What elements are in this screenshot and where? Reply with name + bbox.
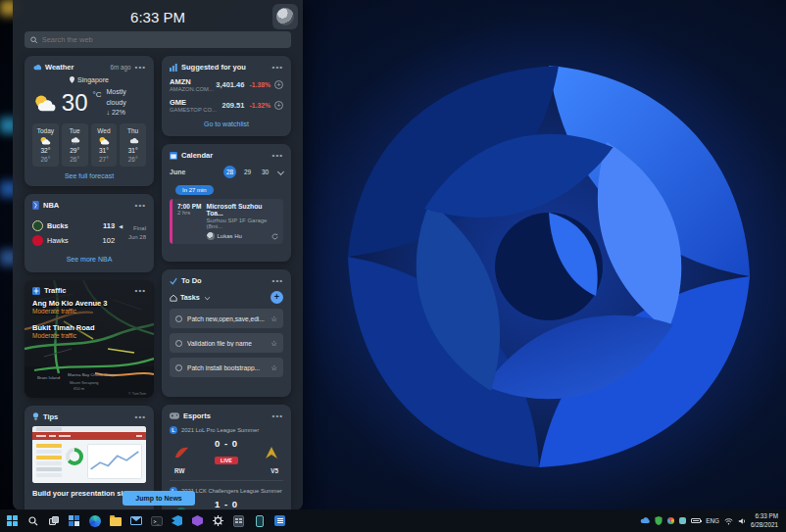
stock-change: -1.38% [249,81,270,88]
team-score: 113 [103,221,115,230]
add-task-button[interactable]: + [270,291,283,304]
onedrive-icon[interactable] [640,517,650,524]
weather-location: Singapore [77,76,109,83]
task-checkbox[interactable] [175,315,182,322]
current-temperature: 30 [62,89,88,117]
task-row[interactable]: Validation file by name ☆ [170,333,283,353]
add-to-watchlist-button[interactable]: + [274,80,283,89]
stocks-widget[interactable]: Suggested for you ••• AMZN AMAZON.COM...… [162,56,291,136]
calculator-icon[interactable] [230,512,247,529]
task-row[interactable]: Patch install bootstrapp... ☆ [170,358,283,377]
terminal-icon[interactable]: >_ [148,512,165,529]
location-pin-icon [70,76,74,83]
clock-time: 6:33 PM [751,512,778,521]
calendar-event[interactable]: 7:00 PM 2 hrs Microsoft Suzhou Toa... Su… [170,199,283,244]
task-row[interactable]: Patch new,open,save,edi... ☆ [170,309,283,328]
tray-app-icon[interactable] [679,517,686,524]
battery-icon[interactable] [691,518,701,523]
traffic-overlay: Traffic ••• Ang Mo Kio Avenue 3 Moderate… [25,280,154,398]
stock-row[interactable]: GME GAMESTOP CO... 209.51 -1.32% + [170,98,283,113]
task-view-button[interactable] [45,512,62,529]
league-name: 2021 LoL Pro League Summer [181,427,259,433]
weather-menu-button[interactable]: ••• [135,66,146,70]
calendar-widget[interactable]: Calendar ••• June 28 29 30 In 27 min 7:0… [162,144,291,262]
date-chip-selected[interactable]: 28 [223,166,236,178]
panel-clock: 6:33 PM [13,0,303,27]
start-button[interactable] [4,512,21,529]
stock-row[interactable]: AMZN AMAZON.COM... 3,401.46 -1.38% + [170,77,283,92]
see-full-forecast-link[interactable]: See full forecast [32,172,146,179]
road-status: Moderate traffic [32,308,146,314]
weather-widget-icon [32,64,41,71]
defender-icon[interactable] [655,516,663,525]
chevron-down-icon[interactable] [205,295,211,301]
rw-team-logo [173,446,189,459]
forecast-day[interactable]: Thu 31° 26° [120,123,146,167]
forecast-day[interactable]: Today 32° 26° [32,123,59,167]
forecast-day-label: Today [37,127,54,134]
match-score: 1 - 0 [215,499,238,509]
weather-widget[interactable]: Weather 6m ago ••• Singapore [25,56,154,186]
vscode-icon[interactable] [169,512,185,529]
tips-menu-button[interactable]: ••• [135,415,146,419]
file-explorer-icon[interactable] [107,512,123,529]
go-to-watchlist-link[interactable]: Go to watchlist [170,121,283,127]
visual-studio-icon[interactable] [189,512,206,529]
nba-menu-button[interactable]: ••• [135,204,146,208]
tray-app-icon[interactable] [667,517,674,524]
todo-title: To Do [181,276,202,285]
live-badge: LIVE [215,457,238,464]
nba-widget[interactable]: NBA ••• Bucks 113 ◀ Hawks [25,194,154,272]
search-input[interactable] [42,35,285,44]
forecast-high: 31° [99,147,109,154]
todo-list-label[interactable]: Tasks [180,293,200,302]
calendar-menu-button[interactable]: ••• [272,154,283,158]
team-name: Hawks [47,236,69,245]
task-checkbox[interactable] [175,364,182,371]
taskbar-search-button[interactable] [25,512,41,529]
star-icon[interactable]: ☆ [270,363,277,372]
nba-team-row: Bucks 113 ◀ [32,220,123,231]
esports-match[interactable]: L 2021 LoL Pro League Summer 0 - 0 LIVE [170,426,283,474]
task-label: Validation file by name [187,340,252,347]
taskbar-clock[interactable]: 6:33 PM 6/28/2021 [751,512,778,530]
see-more-nba-link[interactable]: See more NBA [32,256,146,263]
task-checkbox[interactable] [175,340,182,347]
widgets-button[interactable] [66,512,82,529]
store-icon[interactable] [271,512,288,529]
star-icon[interactable]: ☆ [270,314,277,323]
chevron-down-icon[interactable] [277,169,284,175]
network-icon[interactable] [724,517,733,525]
star-icon[interactable]: ☆ [270,339,277,348]
todo-widget[interactable]: To Do ••• Tasks + Patch new,open,save,ed… [162,269,291,397]
esports-menu-button[interactable]: ••• [272,414,283,418]
date-chip[interactable]: 29 [241,166,254,178]
stock-price: 3,401.46 [216,80,244,89]
web-search-bar[interactable] [25,31,291,48]
taskbar: >_ ENG 6:33 PM 6/28/2021 [0,509,786,532]
team-name: Bucks [47,221,69,230]
settings-icon[interactable] [210,512,226,529]
date-chip[interactable]: 30 [259,166,271,178]
bucks-logo-icon [32,220,43,231]
sync-icon[interactable] [271,233,278,240]
jump-to-news-button[interactable]: Jump to News [123,491,195,506]
system-tray: ENG 6:33 PM 6/28/2021 [640,512,782,530]
mail-app-icon[interactable] [127,512,144,529]
add-to-watchlist-button[interactable]: + [274,101,283,110]
traffic-widget[interactable]: Brani Island Marina Bay Cruise Centre Mo… [25,280,154,398]
language-indicator[interactable]: ENG [706,517,719,524]
traffic-menu-button[interactable]: ••• [135,289,146,293]
profile-button[interactable] [272,4,298,29]
stock-company: GAMESTOP CO... [170,107,217,113]
stock-symbol: AMZN [170,77,214,86]
todo-menu-button[interactable]: ••• [272,279,283,283]
stocks-menu-button[interactable]: ••• [272,66,283,70]
esports-title: Esports [183,411,211,420]
your-phone-icon[interactable] [251,512,268,529]
forecast-day[interactable]: Tue 29° 26° [62,123,88,167]
edge-browser-icon[interactable] [86,512,103,529]
game-status: Final [128,224,146,233]
forecast-day[interactable]: Wed 31° 27° [91,123,118,167]
volume-icon[interactable] [738,517,746,525]
